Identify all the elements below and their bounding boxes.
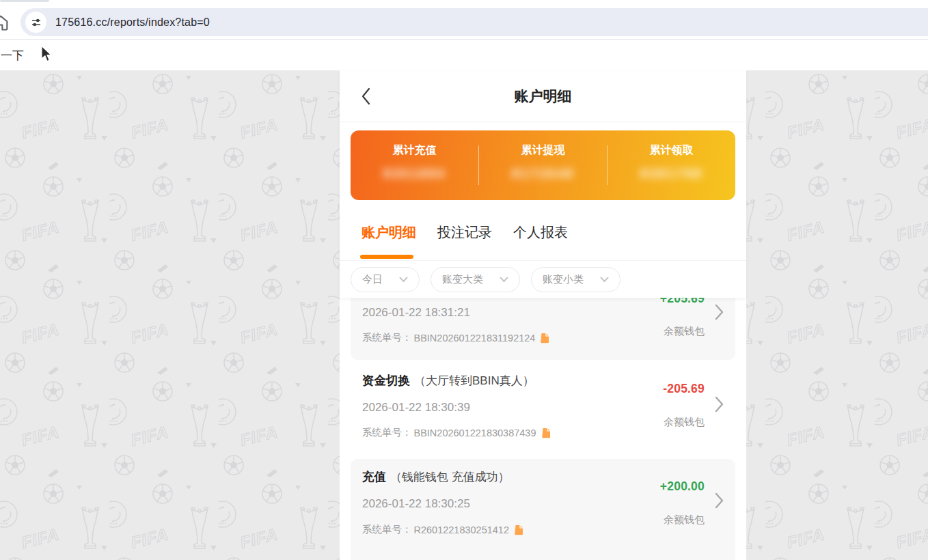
transaction-subtitle: （钱能钱包 充值成功） [390,471,510,484]
order-number: BBIN202601221831192124 [414,333,536,344]
site-info-button[interactable] [25,12,46,33]
tune-icon [30,16,42,29]
datetime: 2026-01-22 18:30:39 [362,401,470,415]
order-number: R2601221830251412 [414,524,510,535]
chevron-right-icon[interactable] [714,492,724,512]
list-item[interactable]: 资金切换（大厅转到BBIN真人） -205.69 2026-01-22 18:3… [351,360,735,459]
summary-value-masked: 8172648 [512,166,575,182]
url-text[interactable]: 175616.cc/reports/index?tab=0 [55,16,210,29]
page-top-strip: 一下 [0,40,928,70]
copy-icon[interactable] [541,428,551,438]
tab-strip-fragment [0,0,49,2]
filter-row: 今日 账变大类 账变小类 [351,267,620,292]
transaction-subtitle: （大厅转到BBIN真人） [414,374,534,387]
amount: -205.69 [663,382,705,396]
order-row: 系统单号：R2601221830251412 [362,523,523,536]
summary-card: 累计充值 8351884 累计提现 8172648 累计领取 8381788 [351,130,735,200]
order-label: 系统单号： [362,426,412,439]
filter-label: 今日 [362,273,383,286]
summary-value-masked: 8381788 [640,166,703,182]
transaction-title: 资金切换（大厅转到BBIN真人） [362,372,534,389]
datetime: 2026-01-22 18:31:21 [362,306,470,320]
tabs: 账户明细 投注记录 个人报表 [361,223,568,242]
page-header: 账户明细 [340,70,746,122]
filter-date-dropdown[interactable]: 今日 [351,267,420,292]
summary-label: 累计领取 [650,143,694,158]
screen: 175616.cc/reports/index?tab=0 一下 [0,0,928,560]
copy-icon[interactable] [514,524,523,535]
page-background: FIFA +205.69 2026-01-22 18:31:21 [0,70,928,560]
chevron-down-icon [399,277,408,283]
copy-icon[interactable] [540,333,549,344]
datetime: 2026-01-22 18:30:25 [362,497,470,511]
home-icon[interactable] [0,13,10,32]
order-label: 系统单号： [362,331,412,344]
chevron-right-icon[interactable] [714,303,724,324]
mouse-cursor [39,45,54,63]
chevron-down-icon [500,277,508,283]
browser-toolbar: 175616.cc/reports/index?tab=0 [0,0,928,40]
address-bar[interactable]: 175616.cc/reports/index?tab=0 [21,8,928,36]
summary-withdraw: 累计提现 8172648 [479,130,607,200]
filter-label: 账变小类 [543,273,584,286]
order-row: 系统单号：BBIN202601221831192124 [362,331,549,344]
summary-claim: 累计领取 8381788 [608,130,735,200]
active-tab-underline [360,255,413,259]
order-row: 系统单号：BBIN202601221830387439 [362,426,551,439]
amount: +200.00 [660,479,705,494]
summary-value-masked: 8351884 [383,166,446,182]
transaction-title: 充值（钱能钱包 充值成功） [362,468,510,485]
amount: +205.69 [660,298,705,306]
filter-minor-category-dropdown[interactable]: 账变小类 [531,267,620,292]
tab-bet-records[interactable]: 投注记录 [437,223,492,242]
wallet-label: 余额钱包 [664,325,705,338]
order-label: 系统单号： [362,523,412,536]
chevron-down-icon [600,277,609,283]
list-item[interactable]: +205.69 2026-01-22 18:31:21 余额钱包 系统单号：BB… [351,298,735,360]
summary-label: 累计充值 [393,143,437,158]
summary-deposit: 累计充值 8351884 [351,130,478,200]
app-panel: +205.69 2026-01-22 18:31:21 余额钱包 系统单号：BB… [340,70,746,560]
chevron-right-icon[interactable] [714,395,724,416]
divider [340,260,746,261]
list-item[interactable]: 充值（钱能钱包 充值成功） +200.00 2026-01-22 18:30:2… [351,459,735,560]
wallet-label: 余额钱包 [664,416,705,429]
panel-sticky-header: 账户明细 累计充值 8351884 累计提现 8172648 累计领取 [340,70,746,298]
transaction-list[interactable]: +205.69 2026-01-22 18:31:21 余额钱包 系统单号：BB… [340,298,746,560]
order-number: BBIN202601221830387439 [414,428,536,438]
tab-account-detail[interactable]: 账户明细 [361,223,416,242]
summary-label: 累计提现 [521,143,565,158]
partial-page-text: 一下 [1,48,24,64]
wallet-label: 余额钱包 [664,514,705,527]
filter-label: 账变大类 [442,273,483,286]
page-title: 账户明细 [340,87,746,106]
tab-personal-report[interactable]: 个人报表 [513,223,568,242]
filter-major-category-dropdown[interactable]: 账变大类 [431,267,520,292]
